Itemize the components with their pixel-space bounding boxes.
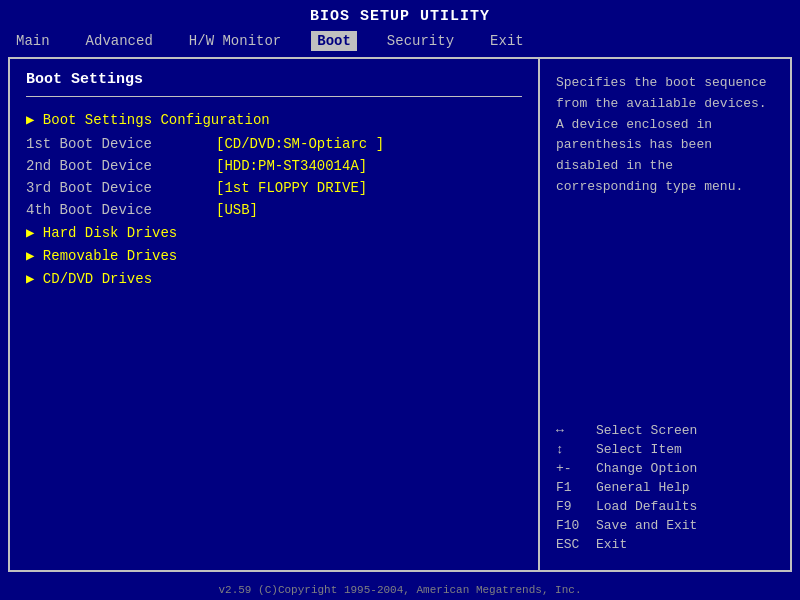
menu-item-main[interactable]: Main	[10, 31, 56, 51]
boot-devices-list: 1st Boot Device[CD/DVD:SM-Optiarc ]2nd B…	[26, 136, 522, 218]
bios-screen: BIOS SETUP UTILITY MainAdvancedH/W Monit…	[0, 0, 800, 600]
boot-device-row[interactable]: 2nd Boot Device[HDD:PM-ST340014A]	[26, 158, 522, 174]
key-description: Load Defaults	[596, 499, 697, 514]
boot-device-value: [HDD:PM-ST340014A]	[216, 158, 367, 174]
boot-device-label: 2nd Boot Device	[26, 158, 216, 174]
menu-item-exit[interactable]: Exit	[484, 31, 530, 51]
key-description: Exit	[596, 537, 627, 552]
drive-item[interactable]: CD/DVD Drives	[26, 270, 522, 287]
key-symbol: F1	[556, 480, 596, 495]
menu-bar: MainAdvancedH/W MonitorBootSecurityExit	[0, 29, 800, 57]
key-symbol: +-	[556, 461, 596, 476]
key-row: +-Change Option	[556, 461, 774, 476]
key-symbol: ↕	[556, 442, 596, 457]
boot-device-value: [CD/DVD:SM-Optiarc ]	[216, 136, 384, 152]
boot-device-row[interactable]: 4th Boot Device[USB]	[26, 202, 522, 218]
key-description: Save and Exit	[596, 518, 697, 533]
title-text: BIOS SETUP UTILITY	[310, 8, 490, 25]
key-row: ↕Select Item	[556, 442, 774, 457]
divider	[26, 96, 522, 97]
section-title: Boot Settings	[26, 71, 522, 88]
main-content: Boot Settings Boot Settings Configuratio…	[8, 57, 792, 572]
footer: v2.59 (C)Copyright 1995-2004, American M…	[0, 580, 800, 600]
key-row: F10Save and Exit	[556, 518, 774, 533]
key-row: ↔Select Screen	[556, 423, 774, 438]
boot-device-value: [USB]	[216, 202, 258, 218]
boot-device-row[interactable]: 1st Boot Device[CD/DVD:SM-Optiarc ]	[26, 136, 522, 152]
boot-device-label: 1st Boot Device	[26, 136, 216, 152]
menu-item-security[interactable]: Security	[381, 31, 460, 51]
key-row: ESCExit	[556, 537, 774, 552]
boot-settings-configuration[interactable]: Boot Settings Configuration	[26, 111, 522, 128]
boot-device-value: [1st FLOPPY DRIVE]	[216, 180, 367, 196]
left-panel: Boot Settings Boot Settings Configuratio…	[10, 59, 540, 570]
menu-item-h/w-monitor[interactable]: H/W Monitor	[183, 31, 287, 51]
help-text-content: Specifies the boot sequence from the ava…	[556, 75, 767, 194]
key-legend: ↔Select Screen↕Select Item+-Change Optio…	[556, 423, 774, 556]
key-row: F1General Help	[556, 480, 774, 495]
help-text: Specifies the boot sequence from the ava…	[556, 73, 774, 198]
boot-device-label: 3rd Boot Device	[26, 180, 216, 196]
key-description: Change Option	[596, 461, 697, 476]
key-symbol: ↔	[556, 423, 596, 438]
key-symbol: F10	[556, 518, 596, 533]
key-row: F9Load Defaults	[556, 499, 774, 514]
key-symbol: F9	[556, 499, 596, 514]
drive-item[interactable]: Removable Drives	[26, 247, 522, 264]
menu-item-boot[interactable]: Boot	[311, 31, 357, 51]
bios-title: BIOS SETUP UTILITY	[0, 0, 800, 29]
key-description: Select Item	[596, 442, 682, 457]
key-symbol: ESC	[556, 537, 596, 552]
key-description: Select Screen	[596, 423, 697, 438]
key-description: General Help	[596, 480, 690, 495]
drive-item[interactable]: Hard Disk Drives	[26, 224, 522, 241]
boot-device-label: 4th Boot Device	[26, 202, 216, 218]
right-panel: Specifies the boot sequence from the ava…	[540, 59, 790, 570]
menu-item-advanced[interactable]: Advanced	[80, 31, 159, 51]
drives-list: Hard Disk DrivesRemovable DrivesCD/DVD D…	[26, 224, 522, 287]
boot-device-row[interactable]: 3rd Boot Device[1st FLOPPY DRIVE]	[26, 180, 522, 196]
